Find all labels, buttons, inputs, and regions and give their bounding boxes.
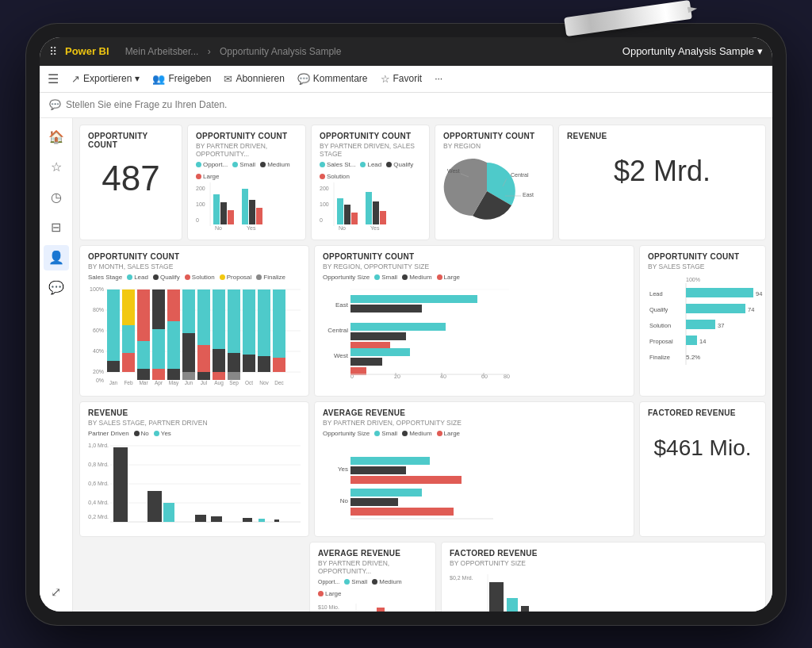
favorite-button[interactable]: ☆ Favorit [381,73,423,85]
star-icon: ☆ [381,73,390,85]
svg-text:Nov: Nov [259,380,269,385]
svg-text:West: West [334,352,349,359]
tile-row-3: Revenue BY SALES STAGE, PARTNER DRIVEN P… [79,401,766,537]
grid-icon[interactable]: ⠿ [49,45,57,58]
tile-opp-month[interactable]: Opportunity Count BY MONTH, SALES STAGE … [79,245,309,397]
svg-rect-21 [380,211,386,224]
svg-rect-68 [243,355,255,372]
svg-rect-163 [489,582,504,612]
sidebar-expand[interactable]: ⤢ [44,580,69,605]
sidebar-home[interactable]: 🏠 [44,125,69,150]
export-icon: ↗ [71,73,80,85]
svg-text:Apr: Apr [155,380,163,386]
breadcrumb: Mein Arbeitsber... › Opportunity Analysi… [122,46,622,57]
svg-rect-164 [507,598,518,612]
svg-rect-64 [228,289,240,353]
svg-rect-57 [182,372,195,380]
tile-factored-revenue[interactable]: Factored Revenue $461 Mio. [639,401,766,537]
subscribe-icon: ✉ [224,73,232,85]
revenue-title: Revenue [567,132,757,140]
svg-rect-63 [213,372,225,380]
tile-row-4: Average Revenue BY PARTNER DRIVEN, OPPOR… [79,542,766,612]
svg-rect-8 [249,200,255,224]
svg-rect-165 [521,606,529,612]
svg-rect-52 [167,289,180,321]
factored-rev-size-subtitle: BY OPPORTUNITY SIZE [450,559,757,567]
report-title: Opportunity Analysis Sample ▾ [622,45,763,57]
subscribe-button[interactable]: ✉ Abonnieren [224,73,284,85]
svg-rect-117 [686,320,715,329]
tile-opp-count[interactable]: Opportunity Count 487 [79,125,182,240]
tile-partner-count[interactable]: Opportunity Count BY PARTNER DRIVEN, OPP… [187,125,306,240]
svg-rect-43 [122,289,135,325]
svg-text:100%: 100% [90,286,104,292]
breadcrumb-home[interactable]: Mein Arbeitsber... [125,46,199,57]
tile-sales-stage-count[interactable]: Opportunity Count BY PARTNER DRIVEN, SAL… [311,125,430,240]
avg-rev-partner-title: Average Revenue [318,549,427,558]
factored-revenue-title: Factored Revenue [648,408,757,417]
svg-text:0: 0 [196,217,199,223]
sidebar-apps[interactable]: ⊟ [44,215,69,240]
svg-rect-146 [350,498,398,506]
svg-rect-96 [350,332,406,340]
svg-rect-44 [122,325,135,353]
svg-text:Yes: Yes [247,225,256,230]
share-button[interactable]: 👥 Freigeben [152,73,211,85]
avg-rev-partner-chart: $10 Mio. $5 Mio. $0 Mio. No Yes [318,600,429,612]
device-frame: ⠿ Power BI Mein Arbeitsber... › Opportun… [25,23,787,626]
svg-text:Jul: Jul [201,380,208,385]
sidebar-star[interactable]: ☆ [44,155,69,180]
svg-text:5.2%: 5.2% [686,354,700,361]
tile-opp-sales-stage[interactable]: Opportunity Count BY SALES STAGE Lead Qu… [639,245,766,397]
factored-rev-size-chart: $0,2 Mrd. [450,570,576,612]
comments-button[interactable]: 💬 Kommentare [297,73,368,85]
svg-rect-94 [350,305,422,312]
export-dropdown[interactable]: ▾ [135,73,140,84]
svg-text:Aug: Aug [214,380,224,386]
sidebar-user[interactable]: 👤 [44,245,69,270]
sales-stage-subtitle: BY PARTNER DRIVEN, SALES STAGE [320,142,421,158]
svg-rect-132 [113,447,128,522]
svg-rect-135 [195,515,206,522]
svg-rect-47 [137,341,150,369]
svg-rect-5 [220,202,227,224]
tile-revenue[interactable]: Revenue $2 Mrd. [558,125,766,240]
more-button[interactable]: ··· [435,73,442,84]
svg-rect-95 [350,323,446,331]
svg-text:94: 94 [756,290,762,297]
dropdown-icon[interactable]: ▾ [757,45,763,57]
tile-revenue-stage[interactable]: Revenue BY SALES STAGE, PARTNER DRIVEN P… [79,401,309,537]
sidebar-chat[interactable]: 💬 [44,275,69,301]
svg-text:Dec: Dec [274,380,284,385]
export-button[interactable]: ↗ Exportieren ▾ [71,73,140,85]
svg-text:200: 200 [196,186,205,191]
svg-text:Oct: Oct [245,380,253,385]
svg-rect-66 [228,372,240,380]
opp-month-subtitle: BY MONTH, SALES STAGE [88,263,301,270]
svg-rect-46 [137,289,150,341]
tile-avg-rev-partner[interactable]: Average Revenue BY PARTNER DRIVEN, OPPOR… [309,542,436,612]
svg-rect-115 [686,304,745,313]
sales-stage-chart: 200 100 0 No Yes [320,182,415,230]
opp-count-value: 487 [88,151,174,206]
svg-text:0%: 0% [96,378,104,383]
breadcrumb-report[interactable]: Opportunity Analysis Sample [220,46,341,57]
qa-input[interactable] [66,99,272,110]
tile-factored-rev-size[interactable]: Factored Revenue BY OPPORTUNITY SIZE $0,… [441,542,766,612]
svg-text:100%: 100% [686,277,700,282]
svg-rect-119 [686,336,697,345]
svg-text:Finalize: Finalize [649,354,670,361]
svg-rect-71 [273,289,285,358]
hamburger-icon[interactable]: ☰ [48,71,59,86]
tile-avg-revenue[interactable]: Average Revenue BY PARTNER DRIVEN, OPPOR… [314,401,634,537]
breadcrumb-sep: › [208,46,211,57]
sidebar-history[interactable]: ◷ [44,185,69,210]
svg-text:60%: 60% [93,328,104,333]
svg-text:80%: 80% [93,307,104,312]
svg-rect-138 [259,519,265,522]
tile-region-size[interactable]: Opportunity Count BY REGION, OPPORTUNITY… [314,245,634,397]
tile-row-1: Opportunity Count 487 Opportunity Count … [79,125,766,240]
tile-region-count[interactable]: Opportunity Count BY REGION [435,125,553,240]
svg-rect-113 [686,288,753,297]
svg-text:Sep: Sep [229,380,239,386]
